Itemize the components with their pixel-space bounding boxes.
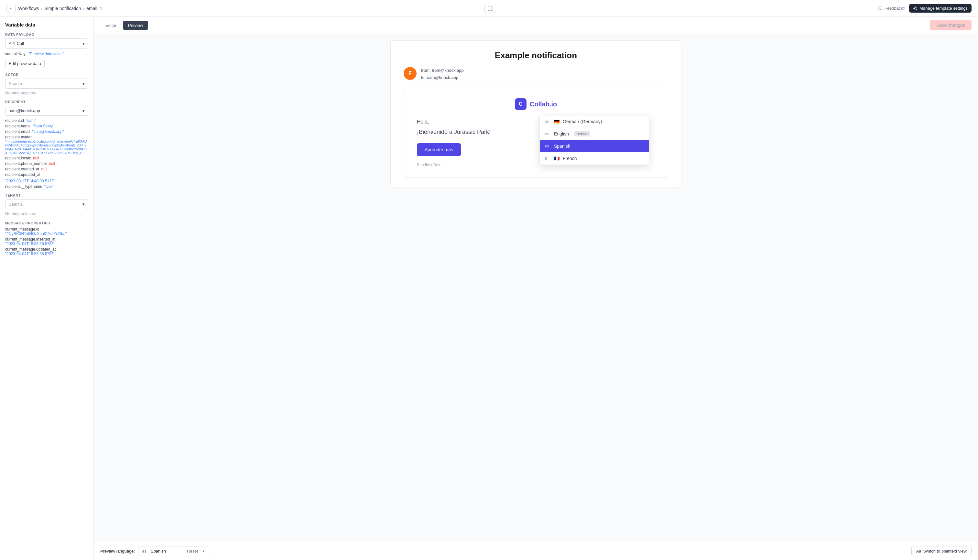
recipient-data: recipient.id"sam" recipient.name"Sam See… bbox=[5, 118, 88, 189]
from-address: from: from@knock.app bbox=[421, 67, 464, 74]
save-changes-button[interactable]: Save changes bbox=[930, 20, 971, 30]
breadcrumb-workflows[interactable]: Workflows bbox=[18, 6, 39, 11]
svg-rect-1 bbox=[491, 6, 492, 10]
recipient-typename-val: "User" bbox=[44, 184, 55, 189]
recipient-name-key: recipient.name bbox=[5, 124, 31, 128]
variable-key-label: variableKey bbox=[5, 52, 25, 56]
msg-inserted-val: "2023-04-04T18:53:56.578Z" bbox=[5, 242, 88, 246]
recipient-updated-key: recipient.updated_at bbox=[5, 172, 40, 177]
layout-toggle-btn[interactable] bbox=[484, 4, 496, 13]
recipient-id-val: "sam" bbox=[26, 118, 36, 123]
data-payload-label: DATA PAYLOAD bbox=[5, 33, 88, 37]
data-payload-select[interactable]: API Call ▾ bbox=[5, 38, 88, 48]
topnav: ‹ Workflows › Simple notification › emai… bbox=[0, 0, 978, 17]
manage-template-label: Manage template settings bbox=[920, 6, 968, 11]
actor-nothing-selected: Nothing selected bbox=[5, 90, 88, 95]
back-button[interactable]: ‹ bbox=[7, 4, 15, 13]
language-select-box[interactable]: es Spanish Reset ▲ bbox=[138, 546, 209, 556]
variable-key-value: "Preview data value" bbox=[28, 52, 64, 56]
edit-preview-button[interactable]: Edit preview data bbox=[5, 59, 45, 68]
breadcrumb-sep-2: › bbox=[83, 6, 85, 11]
manage-template-button[interactable]: Manage template settings bbox=[909, 4, 971, 13]
to-address: to: sam@knock.app bbox=[421, 74, 464, 81]
actor-select[interactable]: Search... ▾ bbox=[5, 78, 88, 88]
recipient-email-key: recipient.email bbox=[5, 129, 30, 134]
actor-label: ACTOR bbox=[5, 73, 88, 77]
reset-link[interactable]: Reset bbox=[187, 549, 198, 553]
recipient-email-val: "sam@knock.app" bbox=[32, 129, 64, 134]
switch-label: Switch to plaintext view bbox=[923, 549, 967, 553]
recipient-created-val: null bbox=[41, 167, 47, 172]
dropdown-item-fr[interactable]: fr 🇫🇷 French bbox=[540, 152, 649, 165]
tenant-select[interactable]: Search... ▾ bbox=[5, 199, 88, 209]
msg-id-key: current_message.id bbox=[5, 227, 88, 232]
switch-plaintext-button[interactable]: Aa Switch to plaintext view bbox=[911, 546, 971, 556]
collab-name: Collab.io bbox=[530, 100, 557, 108]
breadcrumb-simple-notification[interactable]: Simple notification bbox=[44, 6, 81, 11]
tab-bar: Editor Preview Save changes bbox=[94, 17, 978, 34]
preview-language-label: Preview language: bbox=[100, 549, 135, 553]
msg-id-val: "2NyRfCfN1xIHQzXuulC6sLYnDba" bbox=[5, 232, 88, 236]
main-layout: Variable data DATA PAYLOAD API Call ▾ va… bbox=[0, 17, 978, 560]
recipient-label: RECIPIENT bbox=[5, 100, 88, 104]
recipient-locale-val: null bbox=[33, 156, 39, 160]
dropdown-item-en[interactable]: en English Default bbox=[540, 128, 649, 140]
collab-icon: C bbox=[515, 98, 527, 110]
from-to-block: F from: from@knock.app to: sam@knock.app bbox=[404, 67, 668, 81]
default-badge: Default bbox=[574, 131, 590, 137]
breadcrumb-email1[interactable]: email_1 bbox=[86, 6, 102, 11]
dropdown-item-es[interactable]: es Spanish bbox=[540, 140, 649, 152]
msg-inserted-key: current_message.inserted_at bbox=[5, 237, 88, 242]
cta-button[interactable]: Aprender más bbox=[417, 143, 461, 156]
sidebar: Variable data DATA PAYLOAD API Call ▾ va… bbox=[0, 17, 94, 560]
tabs: Editor Preview bbox=[100, 21, 148, 30]
switch-prefix: Aa bbox=[916, 549, 921, 553]
topnav-right: Feedback? Manage template settings bbox=[878, 4, 971, 13]
preview-card: Example notification F from: from@knock.… bbox=[391, 40, 681, 188]
dropdown-item-de[interactable]: de 🇩🇪 German (Germany) bbox=[540, 115, 649, 128]
feedback-button[interactable]: Feedback? bbox=[878, 6, 905, 11]
language-bar: Preview language: es Spanish Reset ▲ Aa … bbox=[94, 542, 978, 560]
breadcrumb: Workflows › Simple notification › email_… bbox=[18, 6, 102, 11]
lang-selector: Preview language: es Spanish Reset ▲ bbox=[100, 546, 209, 556]
recipient-avatar-key: recipient.avatar bbox=[5, 135, 88, 139]
tab-preview[interactable]: Preview bbox=[123, 21, 148, 30]
collab-header: C Collab.io bbox=[417, 98, 655, 110]
recipient-locale-key: recipient.locale bbox=[5, 156, 31, 160]
msg-updated-val: "2023-04-04T18:53:56.578Z" bbox=[5, 252, 88, 256]
variable-key-row: variableKey "Preview data value" bbox=[5, 52, 88, 56]
recipient-avatar-val: "https://media-exp1.licdn.com/dms/image/… bbox=[5, 139, 88, 155]
notification-title: Example notification bbox=[404, 50, 668, 60]
message-props-data: current_message.id"2NyRfCfN1xIHQzXuulC6s… bbox=[5, 227, 88, 256]
svg-rect-0 bbox=[488, 6, 490, 10]
lang-code-display: es bbox=[142, 549, 148, 553]
recipient-phone-val: null bbox=[49, 161, 55, 166]
tab-editor[interactable]: Editor bbox=[100, 21, 122, 30]
avatar: F bbox=[404, 67, 417, 80]
tenant-label: TENANT bbox=[5, 193, 88, 197]
lang-name-display: Spanish bbox=[151, 549, 166, 553]
chevron-up-icon: ▲ bbox=[202, 549, 205, 553]
recipient-select[interactable]: sam@knock.app ▾ bbox=[5, 106, 88, 116]
recipient-name-val: "Sam Seely" bbox=[33, 124, 54, 128]
feedback-label: Feedback? bbox=[885, 6, 905, 11]
preview-scroll: Example notification F from: from@knock.… bbox=[94, 34, 978, 542]
tenant-nothing-selected: Nothing selected bbox=[5, 211, 88, 216]
breadcrumb-sep-1: › bbox=[41, 6, 42, 11]
topnav-left: ‹ Workflows › Simple notification › emai… bbox=[7, 4, 102, 13]
svg-point-2 bbox=[915, 7, 916, 9]
recipient-updated-val: "2023-03-17T14:48:09.511Z" bbox=[5, 179, 55, 183]
recipient-created-key: recipient.created_at bbox=[5, 167, 39, 172]
recipient-typename-key: recipient.__typename bbox=[5, 184, 42, 189]
recipient-phone-key: recipient.phone_number bbox=[5, 161, 47, 166]
from-to-text: from: from@knock.app to: sam@knock.app bbox=[421, 67, 464, 81]
message-props-label: MESSAGE PROPERTIES bbox=[5, 221, 88, 225]
language-dropdown: de 🇩🇪 German (Germany) en English Defaul… bbox=[539, 115, 649, 165]
msg-updated-key: current_message.updated_at bbox=[5, 247, 88, 252]
sidebar-title: Variable data bbox=[5, 22, 88, 27]
recipient-id-key: recipient.id bbox=[5, 118, 24, 123]
content-area: Editor Preview Save changes Example noti… bbox=[94, 17, 978, 560]
